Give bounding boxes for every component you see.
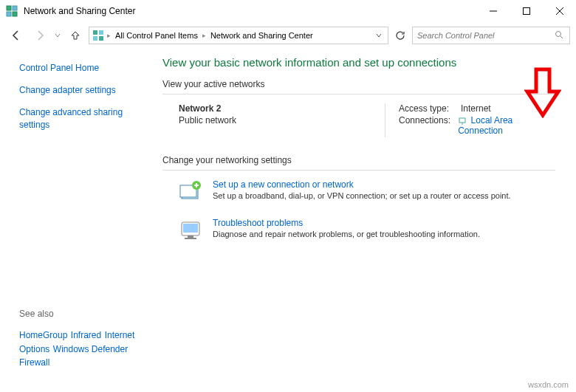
main-panel: View your basic network information and …	[155, 49, 576, 379]
network-info: Network 2 Public network	[162, 103, 379, 137]
svg-point-12	[556, 31, 561, 36]
access-type-value: Internet	[461, 103, 491, 114]
chevron-right-icon[interactable]: ▸	[107, 32, 111, 39]
tasks-list: Set up a new connection or network Set u…	[162, 179, 555, 241]
troubleshoot-icon	[179, 218, 202, 241]
svg-rect-22	[183, 224, 198, 233]
titlebar: Network and Sharing Center	[0, 0, 576, 22]
new-connection-icon	[179, 179, 202, 203]
up-button[interactable]	[65, 25, 86, 46]
network-type: Public network	[179, 115, 379, 125]
svg-rect-14	[459, 118, 465, 123]
window-controls	[476, 0, 576, 22]
task-setup-connection: Set up a new connection or network Set u…	[179, 179, 555, 203]
divider	[162, 94, 555, 94]
network-name: Network 2	[179, 103, 379, 114]
search-box[interactable]	[412, 27, 570, 44]
breadcrumb-item[interactable]: All Control Panel Items	[112, 31, 201, 40]
maximize-button[interactable]	[510, 0, 543, 22]
task-title[interactable]: Troubleshoot problems	[213, 218, 480, 228]
breadcrumb[interactable]: ▸ All Control Panel Items ▸ Network and …	[89, 27, 388, 44]
chevron-right-icon[interactable]: ▸	[202, 32, 206, 39]
task-desc: Set up a broadband, dial-up, or VPN conn…	[213, 191, 511, 200]
see-also-label: See also	[19, 309, 148, 319]
svg-rect-0	[7, 6, 11, 10]
svg-rect-9	[99, 30, 103, 35]
breadcrumb-dropdown[interactable]	[373, 32, 385, 39]
see-also-block: See also HomeGroup Infrared Internet Opt…	[19, 309, 148, 371]
content: Control Panel Home Change adapter settin…	[0, 49, 576, 379]
svg-rect-23	[188, 235, 193, 238]
svg-rect-24	[185, 238, 196, 239]
task-troubleshoot: Troubleshoot problems Diagnose and repai…	[179, 218, 555, 241]
app-icon	[6, 5, 18, 17]
svg-rect-8	[93, 30, 97, 35]
svg-rect-5	[523, 8, 529, 15]
svg-line-13	[560, 36, 563, 38]
svg-rect-10	[93, 36, 97, 41]
window-title: Network and Sharing Center	[24, 6, 476, 16]
search-input[interactable]	[417, 31, 555, 40]
divider	[162, 170, 555, 171]
svg-rect-3	[13, 12, 17, 16]
breadcrumb-item[interactable]: Network and Sharing Center	[208, 31, 316, 40]
minimize-button[interactable]	[476, 0, 510, 22]
network-row: Network 2 Public network Access type: In…	[162, 103, 555, 137]
page-title: View your basic network information and …	[162, 56, 555, 69]
refresh-button[interactable]	[391, 27, 409, 44]
see-also-infrared[interactable]: Infrared	[71, 330, 101, 340]
close-button[interactable]	[543, 0, 576, 22]
active-networks-label: View your active networks	[162, 79, 555, 89]
sidebar-change-adapter-settings[interactable]: Change adapter settings	[19, 84, 148, 96]
navbar: ▸ All Control Panel Items ▸ Network and …	[0, 22, 576, 49]
control-panel-icon	[92, 30, 104, 41]
task-title[interactable]: Set up a new connection or network	[213, 179, 511, 190]
watermark: wsxdn.com	[528, 380, 569, 389]
change-settings-label: Change your networking settings	[162, 155, 555, 165]
svg-rect-2	[7, 12, 11, 16]
see-also-homegroup[interactable]: HomeGroup	[19, 330, 67, 340]
sidebar-control-panel-home[interactable]: Control Panel Home	[19, 62, 148, 74]
access-type-label: Access type:	[399, 103, 461, 114]
ethernet-icon	[458, 117, 467, 125]
annotation-arrow	[524, 66, 561, 118]
search-icon[interactable]	[555, 30, 565, 41]
back-button[interactable]	[6, 25, 27, 46]
svg-rect-11	[99, 36, 103, 41]
nav-history-dropdown[interactable]	[53, 32, 62, 38]
forward-button[interactable]	[30, 25, 50, 46]
sidebar: Control Panel Home Change adapter settin…	[0, 49, 155, 379]
svg-rect-1	[13, 6, 17, 10]
vertical-divider	[385, 103, 385, 137]
sidebar-change-advanced-sharing[interactable]: Change advanced sharing settings	[19, 106, 148, 130]
task-desc: Diagnose and repair network problems, or…	[213, 230, 480, 238]
connections-label: Connections:	[399, 115, 458, 136]
